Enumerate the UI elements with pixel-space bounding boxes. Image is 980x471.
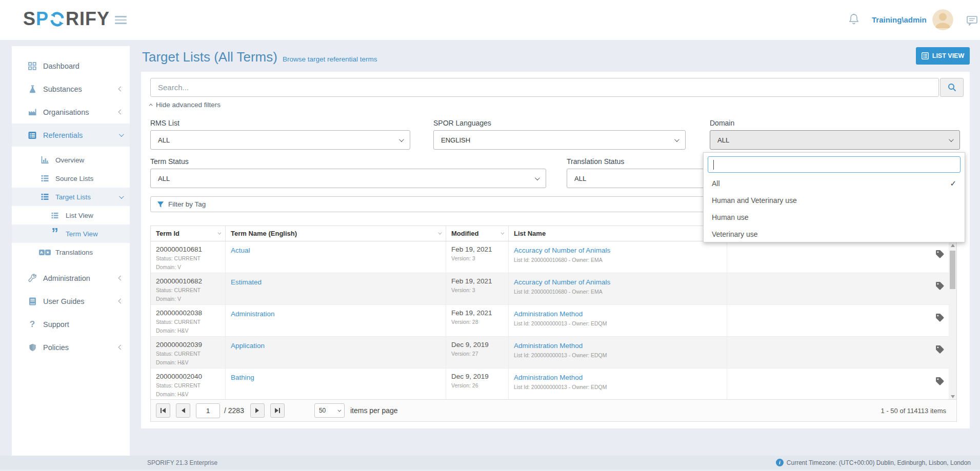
version: Version: 28 bbox=[451, 319, 503, 325]
chevron-left-icon bbox=[118, 276, 124, 281]
sidebar-item-substances[interactable]: Substances bbox=[12, 77, 130, 100]
shield-icon bbox=[26, 343, 38, 352]
term-id: 200000010681 bbox=[156, 245, 220, 253]
chevron-left-icon bbox=[118, 345, 124, 350]
domain-option-human[interactable]: Human use bbox=[704, 209, 965, 226]
domain-option-all[interactable]: All ✓ bbox=[704, 175, 965, 192]
column-header-modified[interactable]: Modified bbox=[446, 226, 509, 241]
term-id: 200000002038 bbox=[156, 309, 220, 317]
tag-icon[interactable] bbox=[935, 281, 944, 304]
term-status: Status: CURRENT bbox=[156, 287, 220, 294]
notifications-bell-icon[interactable] bbox=[849, 13, 859, 27]
chevron-left-icon bbox=[118, 299, 124, 304]
sidebar-label: Term View bbox=[66, 230, 98, 238]
domain-select[interactable]: ALL bbox=[710, 130, 960, 150]
top-header: SPRIFY Training\admin bbox=[0, 0, 980, 40]
sidebar-item-referentials[interactable]: Referentials bbox=[12, 124, 130, 147]
caret-up-icon bbox=[149, 104, 153, 107]
next-page-button[interactable] bbox=[250, 403, 265, 418]
scrollbar-thumb[interactable] bbox=[950, 251, 955, 289]
list-name-link[interactable]: Administration Method bbox=[514, 342, 583, 350]
term-name-link[interactable]: Administration bbox=[231, 310, 275, 318]
vertical-scrollbar[interactable] bbox=[949, 241, 956, 400]
sidebar-label: Source Lists bbox=[55, 175, 93, 182]
sidebar-item-overview[interactable]: Overview bbox=[12, 151, 130, 169]
sidebar-label: Substances bbox=[43, 85, 82, 93]
table-row: 200000002038Status: CURRENTDomain: H&V A… bbox=[151, 305, 956, 337]
tag-icon[interactable] bbox=[935, 250, 944, 273]
hide-advanced-filters-link[interactable]: Hide advanced filters bbox=[150, 101, 221, 109]
last-page-button[interactable] bbox=[270, 403, 285, 418]
list-info: List Id: 200000000013 - Owner: EDQM bbox=[514, 352, 722, 359]
tag-icon[interactable] bbox=[935, 313, 944, 336]
sort-chevron-icon bbox=[438, 231, 442, 235]
translation-status-label: Translation Status bbox=[567, 157, 624, 166]
sidebar-item-list-view[interactable]: List View bbox=[12, 206, 130, 224]
list-name-link[interactable]: Administration Method bbox=[514, 374, 583, 381]
list-info: List Id: 200000010680 - Owner: EMA bbox=[514, 257, 722, 263]
version: Version: 3 bbox=[451, 255, 503, 262]
info-icon: i bbox=[776, 459, 784, 466]
browse-terms-link[interactable]: Browse target referential terms bbox=[283, 55, 377, 63]
main-card: Hide advanced filters RMS List ALL SPOR … bbox=[141, 72, 970, 428]
timezone-label: i Current Timezone: (UTC+00:00) Dublin, … bbox=[776, 459, 971, 466]
user-menu[interactable]: Training\admin bbox=[872, 15, 927, 24]
version: Version: 3 bbox=[451, 287, 503, 294]
page-number-input[interactable] bbox=[196, 403, 220, 418]
sidebar-item-translations[interactable]: A★ Translations bbox=[12, 243, 130, 261]
sort-chevron-icon bbox=[501, 231, 504, 235]
sporify-logo[interactable]: SPRIFY bbox=[23, 8, 110, 30]
first-page-button[interactable] bbox=[156, 403, 170, 418]
sidebar-item-policies[interactable]: Policies bbox=[12, 336, 130, 359]
term-name-link[interactable]: Bathing bbox=[231, 374, 254, 381]
column-header-term-name[interactable]: Term Name (English) bbox=[226, 226, 446, 241]
list-icon bbox=[38, 175, 51, 182]
funnel-icon bbox=[157, 201, 164, 208]
sidebar-item-user-guides[interactable]: User Guides bbox=[12, 290, 130, 313]
search-input[interactable] bbox=[150, 78, 939, 97]
search-button[interactable] bbox=[940, 78, 964, 97]
sidebar-item-organisations[interactable]: Organisations bbox=[12, 100, 130, 124]
term-status-select[interactable]: ALL bbox=[150, 169, 546, 188]
chevron-down-icon bbox=[399, 137, 404, 142]
sidebar-label: Dashboard bbox=[43, 62, 79, 70]
list-name-link[interactable]: Accuracy of Number of Animals bbox=[514, 278, 610, 286]
sidebar-label: Translations bbox=[55, 249, 93, 256]
tag-icon[interactable] bbox=[935, 377, 944, 400]
feedback-chat-icon[interactable] bbox=[967, 16, 978, 28]
rms-list-select[interactable]: ALL bbox=[150, 130, 410, 150]
translations-icon: A★ bbox=[38, 250, 51, 255]
domain-dropdown-search-input[interactable] bbox=[708, 156, 961, 173]
term-name-link[interactable]: Actual bbox=[231, 247, 250, 254]
scroll-up-arrow[interactable] bbox=[949, 241, 956, 249]
sidebar-item-source-lists[interactable]: Source Lists bbox=[12, 169, 130, 188]
search-icon bbox=[948, 83, 956, 92]
previous-page-button[interactable] bbox=[176, 403, 190, 418]
list-name-link[interactable]: Administration Method bbox=[514, 310, 583, 318]
term-name-link[interactable]: Application bbox=[231, 342, 265, 350]
sidebar-item-support[interactable]: ? Support bbox=[12, 313, 130, 336]
sidebar-item-term-view[interactable]: ” Term View bbox=[12, 224, 130, 243]
table-row: 200000002040Status: CURRENTDomain: H&V B… bbox=[151, 368, 956, 400]
list-view-button[interactable]: LIST VIEW bbox=[916, 47, 970, 65]
column-header-term-id[interactable]: Term Id bbox=[151, 226, 226, 241]
spor-languages-select[interactable]: ENGLISH bbox=[433, 130, 686, 150]
avatar[interactable] bbox=[932, 9, 953, 30]
domain-option-veterinary[interactable]: Veterinary use bbox=[704, 226, 965, 242]
sidebar-item-target-lists[interactable]: Target Lists bbox=[12, 188, 130, 206]
app-root: SPRIFY Training\admin Dashboard Substanc… bbox=[0, 0, 980, 471]
term-id: 200000002039 bbox=[156, 341, 220, 349]
chart-icon bbox=[38, 156, 51, 164]
list-name-link[interactable]: Accuracy of Number of Animals bbox=[514, 247, 610, 254]
domain-option-human-and-veterinary[interactable]: Human and Veterinary use bbox=[704, 192, 965, 209]
page-size-select[interactable]: 50 bbox=[314, 403, 345, 418]
tag-icon[interactable] bbox=[935, 345, 944, 368]
sidebar-item-dashboard[interactable]: Dashboard bbox=[12, 54, 130, 77]
sidebar-item-administration[interactable]: Administration bbox=[12, 267, 130, 290]
footer: SPORIFY 21.3 Enterprise i Current Timezo… bbox=[0, 456, 980, 469]
check-icon: ✓ bbox=[950, 179, 956, 188]
list-info: List Id: 200000000013 - Owner: EDQM bbox=[514, 320, 722, 327]
menu-toggle-icon[interactable] bbox=[115, 16, 127, 26]
column-header-list-name[interactable]: List Name bbox=[509, 226, 727, 241]
term-name-link[interactable]: Estimated bbox=[231, 278, 262, 286]
